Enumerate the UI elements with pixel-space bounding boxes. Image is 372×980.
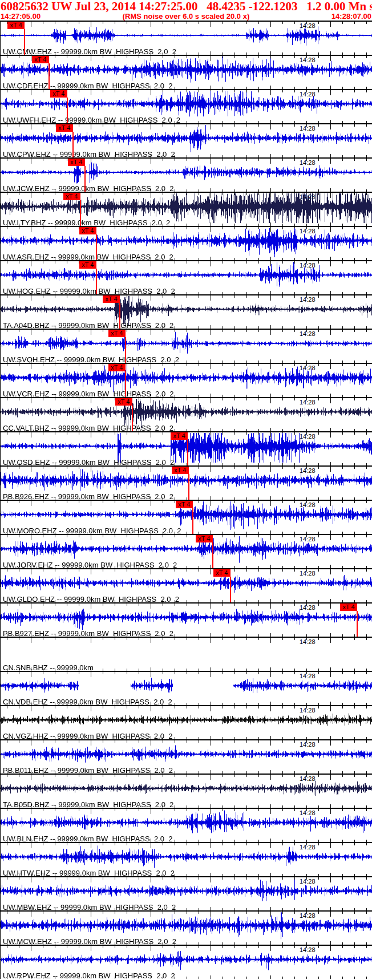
station-label: UW.ASR.EHZ -- 99999.0km BW HIGHPASS 2.0 …	[3, 253, 173, 261]
trace-panel[interactable]: 14:28UW.OSD.EHZ -- 99999.0km BW HIGHPASS…	[0, 431, 372, 465]
phase-pick-line[interactable]	[212, 542, 213, 568]
phase-pick-line[interactable]	[84, 166, 86, 192]
trace-panel[interactable]: 14:28UW.CMW.EHZ -- 99999.0km BW HIGHPASS…	[0, 21, 372, 55]
rms-scaling-note: (RMS noise over 6.0 s scaled 20.0 x)	[0, 13, 372, 21]
trace-panel[interactable]: 14:28UW.JCW.EHZ -- 99999.0km BW HIGHPASS…	[0, 157, 372, 192]
phase-pick-line[interactable]	[230, 577, 231, 602]
trace-panel[interactable]: 14:28CN.VDB.EHZ -- 99999.0km BW HIGHPASS…	[0, 671, 372, 705]
trace-panel[interactable]: 14:28CN.VGZ.HHZ -- 99999.0km BW HIGHPASS…	[0, 705, 372, 739]
phase-pick-line[interactable]	[125, 337, 126, 363]
trace-panel[interactable]: 14:28TA.A04D.BHZ -- 99999.0km BW HIGHPAS…	[0, 294, 372, 329]
phase-pick-line[interactable]	[96, 269, 97, 294]
phase-pick-line[interactable]	[67, 98, 68, 123]
phase-pick-line[interactable]	[132, 406, 133, 431]
phase-pick-flag[interactable]: xT 4	[7, 22, 25, 29]
station-label: UW.MCW.EHZ -- 99999.0km BW HIGHPASS 2.0 …	[3, 937, 176, 946]
phase-pick-flag[interactable]: xT 4	[115, 398, 132, 406]
phase-pick-line[interactable]	[24, 29, 25, 55]
phase-pick-line[interactable]	[119, 303, 120, 329]
phase-pick-line[interactable]	[357, 611, 358, 637]
trace-panel[interactable]: 14:28CC.VALT.BHZ -- 99999.0km BW HIGHPAS…	[0, 397, 372, 431]
trace-panel[interactable]: 14:28UW.CDF.EHZ -- 99999.0km BW HIGHPASS…	[0, 55, 372, 89]
station-label: PB.B011.EHZ -- 99999.0km BW HIGHPASS 2.0…	[3, 766, 173, 775]
phase-pick-line[interactable]	[72, 132, 74, 157]
phase-pick-line[interactable]	[192, 508, 193, 534]
station-label: UW.MORO.EHZ -- 99999.0km BW HIGHPASS 2.0…	[3, 527, 181, 535]
trace-panel[interactable]: 14:28TA.B05D.BHZ -- 99999.0km BW HIGHPAS…	[0, 774, 372, 808]
station-label: CN.VGZ.HHZ -- 99999.0km BW HIGHPASS 2.0 …	[3, 732, 172, 740]
station-label: UW.JCW.EHZ -- 99999.0km BW HIGHPASS 2.0 …	[3, 184, 174, 193]
station-label: UW.HOG.EHZ -- 99999.0km BW HIGHPASS 2.0 …	[3, 287, 175, 295]
window-info-bar: 14:27:05.00 (RMS noise over 6.0 s scaled…	[0, 13, 372, 21]
station-label: UW.SVQH.EHZ -- 99999.0km BW HIGHPASS 2.0…	[3, 355, 179, 364]
station-label: UW.UWFH.EHZ -- 99999.0km BW HIGHPASS 2.0…	[3, 116, 180, 124]
trace-panel[interactable]: 14:28UW.HTW.EHZ -- 99999.0km BW HIGHPASS…	[0, 842, 372, 876]
trace-panel[interactable]: 14:28PB.B927.EHZ -- 99999.0km BW HIGHPAS…	[0, 602, 372, 637]
phase-pick-flag[interactable]: xT 4	[79, 261, 96, 269]
station-label: UW.RPW.EHZ -- 99999.0km BW HIGHPASS 2.0 …	[3, 971, 175, 980]
station-label: UW.HTW.EHZ -- 99999.0km BW HIGHPASS 2.0 …	[3, 869, 175, 877]
phase-pick-line[interactable]	[80, 200, 81, 226]
trace-panel[interactable]: 14:28UW.BLN.EHZ -- 99999.0km BW HIGHPASS…	[0, 808, 372, 842]
station-label: TA.A04D.BHZ -- 99999.0km BW HIGHPASS 2.0…	[3, 321, 173, 330]
phase-pick-line[interactable]	[188, 474, 189, 500]
trace-panel[interactable]: 14:28CN.SNB.BHZ -- 99999.0km	[0, 637, 372, 671]
phase-pick-line[interactable]	[125, 371, 126, 397]
seismogram-viewer: { "header": { "line1": "60825632 UW Jul …	[0, 0, 372, 980]
trace-panel[interactable]: 14:28UW.UWFH.EHZ -- 99999.0km BW HIGHPAS…	[0, 89, 372, 123]
trace-panel[interactable]: 14:28UW.SVQH.EHZ -- 99999.0km BW HIGHPAS…	[0, 329, 372, 363]
station-label: UW.VCR.EHZ -- 99999.0km BW HIGHPASS 2.0 …	[3, 390, 174, 398]
trace-panel[interactable]: 14:28UW.MCW.EHZ -- 99999.0km BW HIGHPASS…	[0, 910, 372, 945]
phase-pick-line[interactable]	[187, 440, 188, 465]
station-label: PB.B927.EHZ -- 99999.0km BW HIGHPASS 2.0…	[3, 629, 173, 638]
station-label: UW.BLN.EHZ -- 99999.0km BW HIGHPASS 2.0 …	[3, 835, 172, 843]
trace-panel[interactable]: 14:28UW.HOG.EHZ -- 99999.0km BW HIGHPASS…	[0, 260, 372, 294]
station-label: UW.CMW.EHZ -- 99999.0km BW HIGHPASS 2.0 …	[3, 47, 176, 56]
trace-panel[interactable]: 14:28UW.MORO.EHZ -- 99999.0km BW HIGHPAS…	[0, 500, 372, 534]
station-label: CN.SNB.BHZ -- 99999.0km	[3, 663, 94, 672]
phase-pick-flag[interactable]: xT 4	[196, 535, 213, 542]
trace-list: 14:28UW.CMW.EHZ -- 99999.0km BW HIGHPASS…	[0, 21, 372, 979]
trace-panel[interactable]: 14:28UW.CPW.EHZ -- 99999.0km BW HIGHPASS…	[0, 123, 372, 157]
phase-pick-flag[interactable]: xT 4	[103, 295, 120, 303]
phase-pick-line[interactable]	[96, 234, 97, 260]
phase-pick-flag[interactable]: xT 4	[63, 193, 80, 200]
phase-pick-flag[interactable]: xT 4	[32, 56, 49, 63]
phase-pick-flag[interactable]: xT 4	[213, 569, 231, 577]
station-label: CC.VALT.BHZ -- 99999.0km BW HIGHPASS 2.0…	[3, 424, 173, 432]
event-summary: 60825632 UW Jul 23, 2014 14:27:25.00 48.…	[0, 0, 372, 13]
phase-pick-flag[interactable]: xT 4	[176, 501, 193, 508]
trace-panel[interactable]: 14:28UW.GLDO.EHZ -- 99999.0km BW HIGHPAS…	[0, 568, 372, 602]
phase-pick-flag[interactable]: xT 4	[108, 330, 126, 337]
trace-panel[interactable]: 14:28UW.LTY.BHZ -- 99999.0km BW HIGHPASS…	[0, 192, 372, 226]
station-label: UW.JORV.EHZ -- 99999.0km BW HIGHPASS 2.0…	[3, 561, 177, 569]
phase-pick-flag[interactable]: xT 4	[50, 90, 67, 98]
trace-panel[interactable]: 14:28PB.B926.EHZ -- 99999.0km BW HIGHPAS…	[0, 465, 372, 500]
station-label: CN.VDB.EHZ -- 99999.0km BW HIGHPASS 2.0 …	[3, 698, 172, 706]
station-label: UW.OSD.EHZ -- 99999.0km BW HIGHPASS 2.0 …	[3, 458, 174, 467]
station-label: PB.B926.EHZ -- 99999.0km BW HIGHPASS 2.0…	[3, 492, 173, 501]
event-header: 60825632 UW Jul 23, 2014 14:27:25.00 48.…	[0, 0, 372, 21]
trace-panel[interactable]: 14:28UW.ASR.EHZ -- 99999.0km BW HIGHPASS…	[0, 226, 372, 260]
trace-panel[interactable]: 14:28UW.JORV.EHZ -- 99999.0km BW HIGHPAS…	[0, 534, 372, 568]
station-label: UW.MBW.EHZ -- 99999.0km BW HIGHPASS 2.0 …	[3, 903, 176, 912]
phase-pick-flag[interactable]: xT 4	[56, 124, 73, 132]
trace-panel[interactable]: 14:28UW.VCR.EHZ -- 99999.0km BW HIGHPASS…	[0, 363, 372, 397]
phase-pick-flag[interactable]: xT 4	[68, 159, 85, 166]
station-label: UW.GLDO.EHZ -- 99999.0km BW HIGHPASS 2.0…	[3, 595, 179, 604]
trace-panel[interactable]: 14:28UW.MBW.EHZ -- 99999.0km BW HIGHPASS…	[0, 876, 372, 910]
station-label: UW.CDF.EHZ -- 99999.0km BW HIGHPASS 2.0 …	[3, 82, 172, 90]
phase-pick-flag[interactable]: xT 4	[79, 227, 96, 234]
window-end-time: 14:28:07.00	[331, 13, 371, 21]
trace-panel[interactable]: 14:28PB.B011.EHZ -- 99999.0km BW HIGHPAS…	[0, 739, 372, 774]
trace-panel[interactable]: 14:28UW.RPW.EHZ -- 99999.0km BW HIGHPASS…	[0, 945, 372, 979]
station-label: UW.LTY.BHZ -- 99999.0km BW HIGHPASS 2.0 …	[3, 218, 170, 227]
phase-pick-flag[interactable]: xT 4	[172, 467, 189, 474]
station-label: UW.CPW.EHZ -- 99999.0km BW HIGHPASS 2.0 …	[3, 150, 175, 159]
phase-pick-line[interactable]	[48, 63, 50, 89]
station-label: TA.B05D.BHZ -- 99999.0km BW HIGHPASS 2.0…	[3, 800, 173, 809]
phase-pick-flag[interactable]: xT 4	[108, 364, 126, 371]
phase-pick-flag[interactable]: xT 4	[340, 604, 357, 611]
phase-pick-flag[interactable]: xT 4	[171, 432, 188, 440]
